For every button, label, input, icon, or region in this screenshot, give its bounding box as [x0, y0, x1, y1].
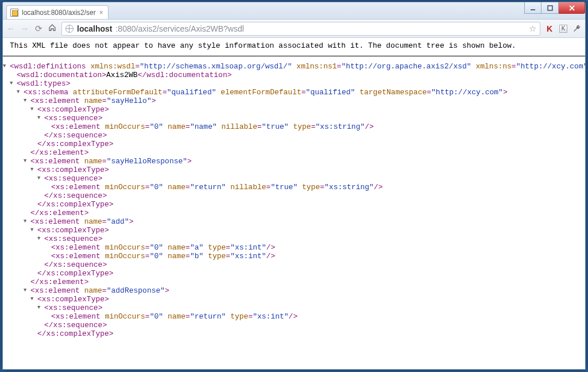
el-sayhelloresp-close: </xs:element>: [30, 209, 578, 217]
address-bar[interactable]: localhost:8080/axis2/services/Axis2WB?ws…: [61, 22, 540, 36]
ct-open[interactable]: <xs:complexType>: [37, 105, 578, 114]
sq-open[interactable]: <xs:sequence>: [44, 304, 578, 312]
el-sayhello-close: </xs:element>: [30, 148, 578, 157]
xs-schema-open[interactable]: <xs:schema attributeFormDefault="qualifi…: [24, 88, 578, 97]
favicon-icon: [10, 9, 18, 17]
sq-open[interactable]: <xs:sequence>: [44, 114, 578, 122]
ct-close: </xs:complexType>: [37, 140, 578, 148]
leaf-return-str: <xs:element minOccurs="0" name="return" …: [51, 183, 578, 191]
sq-close: </xs:sequence>: [44, 131, 578, 140]
minimize-button[interactable]: [524, 2, 541, 14]
url-host: localhost: [77, 24, 112, 33]
xml-tree: <wsdl:definitions xmlns:wsdl="http://sch…: [3, 56, 585, 350]
ct-open[interactable]: <xs:complexType>: [37, 295, 578, 304]
toolbar: ← → ⟳ localhost:8080/axis2/services/Axis…: [3, 20, 585, 38]
ct-open[interactable]: <xs:complexType>: [37, 166, 578, 174]
browser-window: localhost:8080/axis2/ser × ← → ⟳ localho…: [2, 2, 586, 370]
el-sayhelloresp-open[interactable]: <xs:element name="sayHelloResponse">: [30, 157, 578, 166]
forward-button[interactable]: →: [20, 24, 29, 33]
leaf-b: <xs:element minOccurs="0" name="b" type=…: [51, 252, 578, 260]
reload-button[interactable]: ⟳: [34, 24, 43, 34]
wsdl-definitions-open[interactable]: <wsdl:definitions xmlns:wsdl="http://sch…: [10, 62, 578, 71]
wsdl-types-open[interactable]: <wsdl:types>: [17, 79, 578, 88]
wsdl-documentation: <wsdl:documentation>Axis2WB</wsdl:docume…: [17, 71, 578, 79]
url-rest: :8080/axis2/services/Axis2WB?wsdl: [115, 24, 243, 33]
maximize-button[interactable]: [541, 2, 559, 14]
close-button[interactable]: [559, 2, 585, 14]
el-add-close: </xs:element>: [30, 278, 578, 286]
sq-open[interactable]: <xs:sequence>: [44, 235, 578, 243]
sq-close: </xs:sequence>: [44, 260, 578, 269]
xml-banner: This XML file does not appear to have an…: [3, 38, 585, 56]
svg-rect-1: [548, 6, 552, 10]
sq-close: </xs:sequence>: [44, 321, 578, 329]
globe-icon: [65, 25, 74, 33]
ct-close: </xs:complexType>: [37, 200, 578, 209]
tab-close-button[interactable]: ×: [99, 9, 103, 17]
ct-close: </xs:complexType>: [37, 329, 578, 338]
leaf-return-int: <xs:element minOccurs="0" name="return" …: [51, 312, 578, 321]
el-addresp-open[interactable]: <xs:element name="addResponse">: [30, 286, 578, 295]
ct-open[interactable]: <xs:complexType>: [37, 226, 578, 235]
leaf-name: <xs:element minOccurs="0" name="name" ni…: [51, 122, 578, 131]
kaspersky-icon[interactable]: K: [545, 24, 554, 33]
bookmark-star-button[interactable]: ☆: [529, 24, 536, 34]
title-bar: localhost:8080/axis2/ser ×: [3, 2, 585, 20]
sq-close: </xs:sequence>: [44, 191, 578, 200]
tab-title: localhost:8080/axis2/ser: [22, 9, 96, 17]
ct-close: </xs:complexType>: [37, 269, 578, 278]
el-add-open[interactable]: <xs:element name="add">: [30, 217, 578, 226]
home-button[interactable]: [48, 24, 57, 33]
page-content[interactable]: This XML file does not appear to have an…: [3, 38, 585, 369]
wrench-menu-button[interactable]: [572, 24, 582, 33]
extension-k-icon[interactable]: K: [559, 24, 568, 33]
sq-open[interactable]: <xs:sequence>: [44, 174, 578, 183]
window-controls: [524, 2, 585, 14]
browser-tab[interactable]: localhost:8080/axis2/ser ×: [6, 5, 109, 19]
back-button[interactable]: ←: [6, 24, 16, 33]
el-sayhello-open[interactable]: <xs:element name="sayHello">: [30, 97, 578, 105]
leaf-a: <xs:element minOccurs="0" name="a" type=…: [51, 243, 578, 252]
